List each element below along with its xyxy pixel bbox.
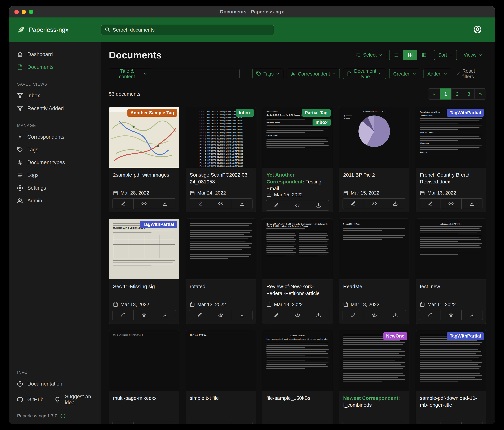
preview-document-button[interactable] bbox=[210, 198, 231, 209]
document-title[interactable]: Sonstige ScanPC2022 03-24_081058 bbox=[186, 168, 256, 190]
sidebar-item-inbox[interactable]: Inbox bbox=[9, 89, 101, 102]
suggest-idea-link[interactable]: Suggest an idea bbox=[47, 390, 101, 409]
document-title[interactable]: French Country Bread Revised.docx bbox=[416, 168, 486, 190]
document-tag-badge[interactable]: TagWithPartial bbox=[140, 221, 177, 228]
preview-document-button[interactable] bbox=[210, 310, 231, 320]
document-thumbnail[interactable]: This is a test file. bbox=[186, 330, 256, 391]
document-title[interactable]: Review-of-New-York-Federal-Petitions-art… bbox=[262, 280, 333, 302]
document-card[interactable]: Another Sample Tag2sample-pdf-with-image… bbox=[109, 107, 180, 212]
document-title[interactable]: Newest Correspondent: f_combineds bbox=[339, 391, 409, 422]
edit-document-button[interactable] bbox=[266, 422, 287, 424]
filter-document-type-button[interactable]: Document type bbox=[343, 69, 386, 79]
select-button[interactable]: Select bbox=[352, 50, 386, 60]
sidebar-item-settings[interactable]: Settings bbox=[9, 182, 101, 194]
download-document-button[interactable] bbox=[231, 422, 252, 424]
pagination-page-2[interactable]: 2 bbox=[451, 88, 463, 100]
download-document-button[interactable] bbox=[231, 310, 252, 320]
download-document-button[interactable] bbox=[308, 310, 329, 320]
zoom-window-button[interactable] bbox=[29, 10, 33, 14]
sort-button[interactable]: Sort bbox=[434, 50, 457, 60]
preview-document-button[interactable] bbox=[134, 198, 155, 209]
download-document-button[interactable] bbox=[308, 422, 329, 424]
edit-document-button[interactable] bbox=[189, 310, 210, 320]
document-card[interactable]: rotatedMar 13, 2022 bbox=[186, 218, 256, 324]
document-title[interactable]: sample-pdf-download-10-mb-longer-title bbox=[416, 391, 486, 422]
download-document-button[interactable] bbox=[155, 198, 176, 209]
edit-document-button[interactable] bbox=[342, 310, 364, 320]
pagination-prev-button[interactable]: « bbox=[428, 88, 440, 100]
document-card[interactable]: TagWithPartialsample-pdf-download-10-mb-… bbox=[416, 330, 486, 424]
download-document-button[interactable] bbox=[461, 198, 483, 209]
preview-document-button[interactable] bbox=[364, 198, 385, 209]
sidebar-item-recently-added[interactable]: Recently Added bbox=[9, 102, 101, 115]
document-tag-badge[interactable]: NewOne bbox=[383, 332, 407, 340]
sidebar-item-logs[interactable]: Logs bbox=[9, 169, 101, 182]
document-thumbnail[interactable]: Contact Sheet Demo bbox=[339, 219, 409, 279]
document-card[interactable]: Review of New York Federal Petitions for… bbox=[262, 218, 333, 324]
edit-document-button[interactable] bbox=[189, 198, 210, 209]
document-tag-badge[interactable]: TagWithPartial bbox=[447, 332, 484, 340]
sidebar-item-documentation[interactable]: Documentation bbox=[9, 377, 101, 390]
edit-document-button[interactable] bbox=[189, 422, 210, 424]
filter-created-button[interactable]: Created bbox=[389, 69, 420, 79]
document-title[interactable]: 2sample-pdf-with-images bbox=[109, 168, 179, 190]
pagination-page-1[interactable]: 1 bbox=[440, 88, 451, 100]
document-card[interactable]: Patient BP Distribution 20112011 BP Pie … bbox=[339, 107, 410, 212]
document-card[interactable]: Lorem ipsumLorem ipsum dolor sit amet, c… bbox=[262, 330, 333, 424]
minimize-window-button[interactable] bbox=[22, 10, 26, 14]
document-thumbnail[interactable]: Patient BP Distribution 2011 bbox=[339, 107, 409, 168]
document-correspondent[interactable]: Yet Another Correspondent: bbox=[266, 172, 304, 185]
download-document-button[interactable] bbox=[461, 310, 483, 320]
edit-document-button[interactable] bbox=[266, 200, 287, 211]
document-tag-badge[interactable]: Inbox bbox=[236, 109, 254, 117]
download-document-button[interactable] bbox=[155, 422, 176, 424]
document-card[interactable]: French Country BreadFor the Leaven:Make … bbox=[416, 107, 486, 212]
document-title[interactable]: file-sample_150kBs bbox=[262, 391, 333, 422]
document-thumbnail[interactable]: Adobe Acrobat PDF Files bbox=[416, 219, 486, 279]
document-card[interactable]: Adobe Acrobat PDF Filestest_newMar 11, 2… bbox=[416, 218, 486, 324]
edit-document-button[interactable] bbox=[112, 310, 134, 320]
edit-document-button[interactable] bbox=[419, 422, 441, 424]
filter-tags-button[interactable]: Tags bbox=[252, 69, 283, 79]
edit-document-button[interactable] bbox=[112, 198, 134, 209]
reset-filters-button[interactable]: Reset filters bbox=[456, 68, 486, 79]
document-card[interactable]: NewOneNewest Correspondent: f_combineds bbox=[339, 330, 410, 424]
user-menu[interactable] bbox=[474, 26, 487, 34]
edit-document-button[interactable] bbox=[419, 310, 441, 320]
document-tag-badge[interactable]: Inbox bbox=[313, 119, 331, 126]
download-document-button[interactable] bbox=[385, 310, 406, 320]
document-title[interactable]: Yet Another Correspondent: Testing Email bbox=[262, 168, 333, 192]
download-document-button[interactable] bbox=[461, 422, 483, 424]
sidebar-item-documents[interactable]: Documents bbox=[9, 61, 101, 74]
preview-document-button[interactable] bbox=[440, 422, 462, 424]
document-card[interactable]: Release NotesSimba ODBC Driver for SQL S… bbox=[262, 107, 333, 212]
document-tag-badge[interactable]: TagWithPartial bbox=[447, 109, 484, 117]
document-title[interactable]: simple txt file bbox=[186, 391, 256, 422]
title-content-filter-input[interactable] bbox=[151, 69, 240, 79]
sidebar-item-document-types[interactable]: Document types bbox=[9, 156, 101, 169]
filter-correspondent-button[interactable]: Correspondent bbox=[287, 69, 340, 79]
info-circle-icon[interactable] bbox=[60, 413, 65, 419]
download-document-button[interactable] bbox=[385, 422, 406, 424]
document-card[interactable]: This is a test for the double space char… bbox=[186, 107, 256, 212]
preview-document-button[interactable] bbox=[134, 310, 155, 320]
download-document-button[interactable] bbox=[308, 200, 329, 211]
document-card[interactable]: This is a multi page document. Page 1.mu… bbox=[109, 330, 180, 424]
document-tag-badge[interactable]: Another Sample Tag bbox=[127, 109, 177, 117]
document-title[interactable]: test_new bbox=[416, 280, 486, 302]
brand-link[interactable]: Paperless-ngx bbox=[17, 25, 101, 34]
edit-document-button[interactable] bbox=[112, 422, 134, 424]
detail-view-button[interactable] bbox=[417, 50, 431, 60]
views-button[interactable]: Views bbox=[460, 50, 486, 60]
document-title[interactable]: rotated bbox=[186, 280, 256, 302]
document-thumbnail[interactable]: Lorem ipsumLorem ipsum dolor sit amet, c… bbox=[262, 330, 333, 391]
document-tag-badge[interactable]: Partial Tag bbox=[302, 109, 331, 117]
close-window-button[interactable] bbox=[14, 10, 19, 14]
edit-document-button[interactable] bbox=[342, 198, 364, 209]
preview-document-button[interactable] bbox=[364, 422, 385, 424]
document-card[interactable]: This is a test file.simple txt file bbox=[186, 330, 256, 424]
document-thumbnail[interactable]: Review of New York Federal Petitions for… bbox=[262, 219, 333, 279]
document-card[interactable]: Contact Sheet DemoReadMeMar 13, 2022 bbox=[339, 218, 410, 324]
search-input[interactable] bbox=[113, 27, 270, 33]
github-link[interactable]: GitHub bbox=[9, 393, 45, 406]
